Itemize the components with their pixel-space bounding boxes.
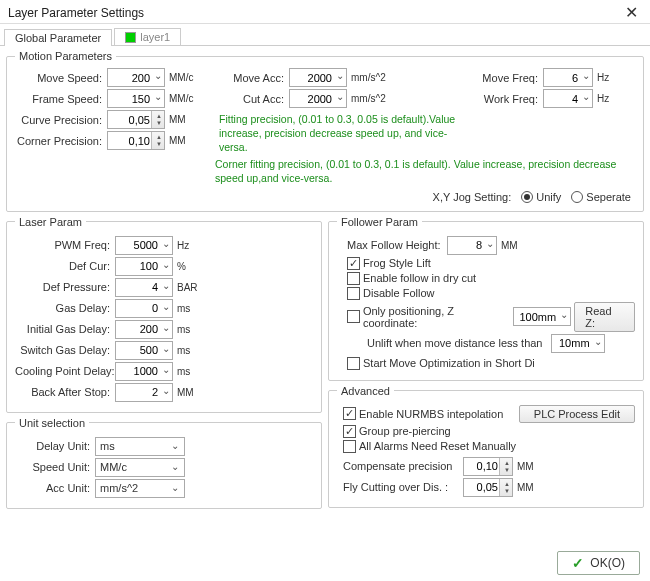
checkbox-label: Frog Style Lift	[363, 257, 431, 269]
speed-unit-label: Speed Unit:	[15, 461, 95, 473]
start-move-opt-checkbox[interactable]: Start Move Optimization in Short Di	[347, 357, 535, 370]
motion-parameters-group: Motion Parameters Move Speed:MM/c Frame …	[6, 50, 644, 212]
cut-acc-input[interactable]	[289, 89, 347, 108]
tab-layer1[interactable]: layer1	[114, 28, 181, 45]
jog-separate-radio[interactable]: Seperate	[571, 191, 631, 203]
back-after-stop-input[interactable]	[115, 383, 173, 402]
compensate-precision-label: Compensate precision	[343, 460, 463, 472]
unit-label: ms	[177, 303, 215, 314]
hint-fitting: Fitting precision, (0.01 to 0.3, 0.05 is…	[219, 112, 461, 155]
enable-follow-dry-checkbox[interactable]: Enable follow in dry cut	[347, 272, 476, 285]
unit-label: MM	[501, 240, 539, 251]
laser-param-group: Laser Param PWM Freq:Hz Def Cur:% Def Pr…	[6, 216, 322, 413]
checkbox-label: Enable NURMBS intepolation	[359, 408, 503, 420]
unit-label: MM	[517, 482, 555, 493]
frame-speed-input[interactable]	[107, 89, 165, 108]
move-acc-label: Move Acc:	[219, 72, 289, 84]
checkbox-label: All Alarms Need Reset Manually	[359, 440, 516, 452]
unit-label: Hz	[597, 93, 635, 104]
tab-global-parameter[interactable]: Global Parameter	[4, 29, 112, 46]
unit-label: MM	[169, 114, 207, 125]
plc-process-edit-button[interactable]: PLC Process Edit	[519, 405, 635, 423]
checkbox-label: Start Move Optimization in Short Di	[363, 357, 535, 369]
ok-button[interactable]: ✓OK(O)	[557, 551, 640, 575]
frame-speed-label: Frame Speed:	[15, 93, 107, 105]
work-freq-input[interactable]	[543, 89, 593, 108]
max-follow-height-input[interactable]	[447, 236, 497, 255]
layer-color-swatch	[125, 32, 136, 43]
def-pressure-label: Def Pressure:	[15, 281, 115, 293]
pwm-freq-input[interactable]	[115, 236, 173, 255]
tab-label: layer1	[140, 31, 170, 43]
unlift-value-input[interactable]	[551, 334, 605, 353]
check-icon: ✓	[572, 555, 584, 571]
switch-gas-delay-input[interactable]	[115, 341, 173, 360]
unit-label: Hz	[597, 72, 635, 83]
move-speed-label: Move Speed:	[15, 72, 107, 84]
unit-label: Hz	[177, 240, 215, 251]
unit-label: ms	[177, 366, 215, 377]
speed-unit-select[interactable]: MM/c	[95, 458, 185, 477]
unit-label: MM	[177, 387, 215, 398]
unit-label: ms	[177, 345, 215, 356]
tab-label: Global Parameter	[15, 32, 101, 44]
checkbox-label: Only positioning, Z coordinate:	[363, 305, 510, 329]
window-title: Layer Parameter Settings	[8, 6, 144, 20]
jog-unify-radio[interactable]: Unify	[521, 191, 561, 203]
unit-label: MM	[169, 135, 207, 146]
unit-label: mm/s^2	[351, 93, 389, 104]
back-after-stop-label: Back After Stop:	[15, 386, 115, 398]
unit-label: MM	[517, 461, 555, 472]
cooling-point-delay-label: Cooling Point Delay:	[15, 365, 115, 377]
advanced-legend: Advanced	[337, 385, 394, 397]
group-prepierce-checkbox[interactable]: ✓Group pre-piercing	[343, 425, 451, 438]
radio-label: Seperate	[586, 191, 631, 203]
unit-label: MM/c	[169, 72, 207, 83]
fly-cutting-over-label: Fly Cutting over Dis. :	[343, 481, 463, 493]
switch-gas-delay-label: Switch Gas Delay:	[15, 344, 115, 356]
read-z-button[interactable]: Read Z:	[574, 302, 635, 332]
laser-legend: Laser Param	[15, 216, 86, 228]
cooling-point-delay-input[interactable]	[115, 362, 173, 381]
units-legend: Unit selection	[15, 417, 89, 429]
gas-delay-input[interactable]	[115, 299, 173, 318]
move-freq-input[interactable]	[543, 68, 593, 87]
checkbox-label: Enable follow in dry cut	[363, 272, 476, 284]
corner-precision-label: Corner Precision:	[15, 135, 107, 147]
unit-label: %	[177, 261, 215, 272]
motion-legend: Motion Parameters	[15, 50, 116, 62]
delay-unit-select[interactable]: ms	[95, 437, 185, 456]
all-alarms-reset-checkbox[interactable]: All Alarms Need Reset Manually	[343, 440, 516, 453]
unlift-label: Unlift when move distance less than	[367, 337, 547, 349]
pwm-freq-label: PWM Freq:	[15, 239, 115, 251]
def-pressure-input[interactable]	[115, 278, 173, 297]
delay-unit-label: Delay Unit:	[15, 440, 95, 452]
radio-label: Unify	[536, 191, 561, 203]
def-cur-input[interactable]	[115, 257, 173, 276]
unit-label: MM/c	[169, 93, 207, 104]
acc-unit-select[interactable]: mm/s^2	[95, 479, 185, 498]
jog-setting-label: X,Y Jog Setting:	[433, 191, 512, 203]
move-acc-input[interactable]	[289, 68, 347, 87]
only-positioning-value[interactable]	[513, 307, 571, 326]
enable-nurmbs-checkbox[interactable]: ✓Enable NURMBS intepolation	[343, 407, 503, 420]
acc-unit-label: Acc Unit:	[15, 482, 95, 494]
gas-delay-label: Gas Delay:	[15, 302, 115, 314]
work-freq-label: Work Freq:	[473, 93, 543, 105]
ok-label: OK(O)	[590, 556, 625, 570]
unit-label: BAR	[177, 282, 215, 293]
checkbox-label: Group pre-piercing	[359, 425, 451, 437]
disable-follow-checkbox[interactable]: Disable Follow	[347, 287, 435, 300]
frog-style-lift-checkbox[interactable]: ✓Frog Style Lift	[347, 257, 431, 270]
unit-label: ms	[177, 324, 215, 335]
move-speed-input[interactable]	[107, 68, 165, 87]
initial-gas-delay-label: Initial Gas Delay:	[15, 323, 115, 335]
only-positioning-checkbox[interactable]: Only positioning, Z coordinate:	[347, 305, 510, 329]
checkbox-label: Disable Follow	[363, 287, 435, 299]
close-icon[interactable]: ✕	[621, 5, 642, 21]
curve-precision-label: Curve Precision:	[15, 114, 107, 126]
unit-label: mm/s^2	[351, 72, 389, 83]
max-follow-height-label: Max Follow Height:	[337, 239, 447, 251]
advanced-group: Advanced ✓Enable NURMBS intepolation PLC…	[328, 385, 644, 508]
initial-gas-delay-input[interactable]	[115, 320, 173, 339]
